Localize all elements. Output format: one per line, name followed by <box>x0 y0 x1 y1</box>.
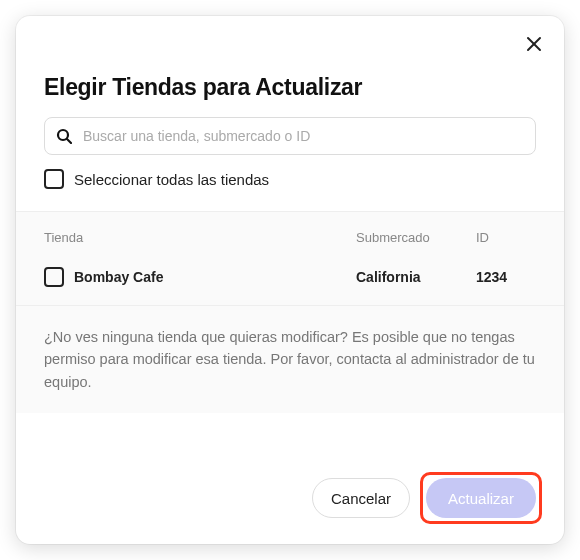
update-highlight: Actualizar <box>420 472 542 524</box>
modal-footer: Cancelar Actualizar <box>16 458 564 544</box>
help-text: ¿No ves ninguna tienda que quieras modif… <box>16 306 564 413</box>
select-all-row[interactable]: Seleccionar todas las tiendas <box>44 169 536 189</box>
svg-line-3 <box>67 139 71 143</box>
cancel-button[interactable]: Cancelar <box>312 478 410 518</box>
store-table: Tienda Submercado ID Bombay Cafe Califor… <box>16 211 564 306</box>
select-all-label: Seleccionar todas las tiendas <box>74 171 269 188</box>
search-icon <box>56 128 72 144</box>
store-submarket: California <box>356 269 476 285</box>
table-row[interactable]: Bombay Cafe California 1234 <box>44 259 536 305</box>
store-select-modal: Elegir Tiendas para Actualizar Seleccion… <box>16 16 564 544</box>
row-checkbox[interactable] <box>44 267 64 287</box>
header-submarket: Submercado <box>356 230 476 245</box>
close-button[interactable] <box>522 32 546 56</box>
header-store: Tienda <box>44 230 356 245</box>
search-input[interactable] <box>44 117 536 155</box>
close-icon <box>526 36 542 52</box>
store-id: 1234 <box>476 269 536 285</box>
modal-content: Elegir Tiendas para Actualizar Seleccion… <box>16 16 564 458</box>
search-wrap <box>44 117 536 155</box>
modal-title: Elegir Tiendas para Actualizar <box>44 74 536 101</box>
header-id: ID <box>476 230 536 245</box>
select-all-checkbox[interactable] <box>44 169 64 189</box>
store-name: Bombay Cafe <box>74 269 163 285</box>
table-header: Tienda Submercado ID <box>44 212 536 259</box>
update-button[interactable]: Actualizar <box>426 478 536 518</box>
